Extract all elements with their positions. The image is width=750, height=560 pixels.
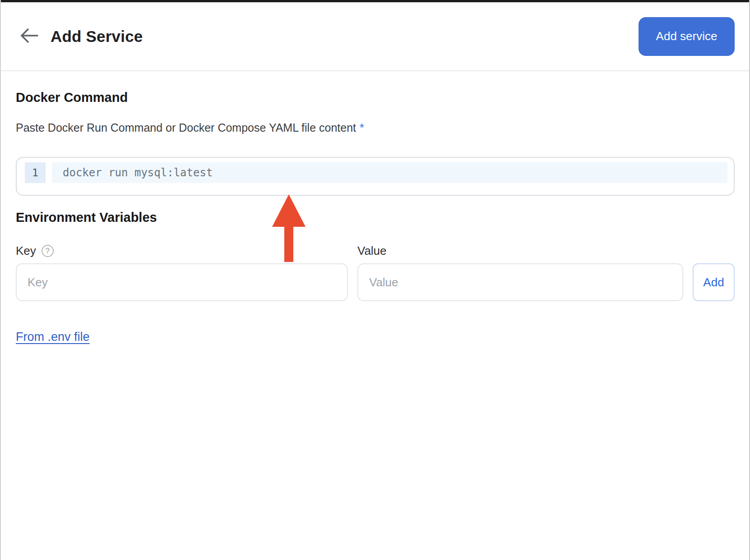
- add-env-variable-button[interactable]: Add: [693, 263, 735, 301]
- back-button[interactable]: [17, 25, 41, 48]
- env-inputs-row: Add: [16, 263, 735, 301]
- gutter-divider: [46, 162, 53, 183]
- required-marker: *: [360, 121, 364, 134]
- key-label-group: Key ?: [16, 244, 348, 258]
- add-service-page: Add Service Add service Docker Command P…: [0, 0, 750, 560]
- value-label-group: Value: [357, 244, 683, 258]
- page-title: Add Service: [51, 28, 143, 46]
- docker-command-editor[interactable]: 1 docker run mysql:latest: [16, 157, 735, 196]
- key-label: Key: [16, 244, 36, 258]
- code-input-line[interactable]: docker run mysql:latest: [53, 162, 727, 183]
- docker-command-label-row: Paste Docker Run Command or Docker Compo…: [16, 121, 735, 134]
- key-input[interactable]: [16, 263, 348, 301]
- help-icon[interactable]: ?: [42, 245, 54, 257]
- env-labels-row: Key ? Value: [16, 244, 735, 258]
- line-number: 1: [25, 162, 46, 183]
- value-input[interactable]: [357, 263, 683, 301]
- main-content: Docker Command Paste Docker Run Command …: [1, 71, 749, 344]
- back-arrow-icon: [19, 27, 39, 46]
- environment-variables-heading: Environment Variables: [16, 210, 735, 225]
- code-line: 1 docker run mysql:latest: [25, 162, 727, 183]
- add-service-button[interactable]: Add service: [639, 17, 735, 56]
- value-label: Value: [357, 244, 387, 258]
- docker-command-heading: Docker Command: [16, 90, 735, 105]
- page-header: Add Service Add service: [1, 2, 749, 71]
- from-env-file-link[interactable]: From .env file: [16, 330, 90, 344]
- docker-command-label: Paste Docker Run Command or Docker Compo…: [16, 121, 356, 134]
